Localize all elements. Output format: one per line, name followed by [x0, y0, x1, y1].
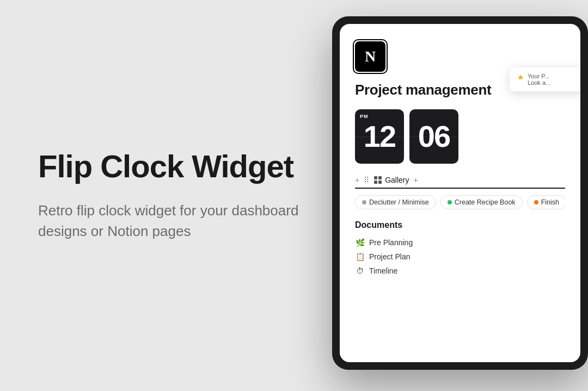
- notion-logo: N: [355, 41, 385, 72]
- subtitle-text: Retro flip clock widget for your dashboa…: [38, 201, 299, 242]
- svg-rect-1: [378, 176, 382, 179]
- svg-rect-2: [374, 181, 377, 184]
- star-icon: ★: [517, 73, 524, 82]
- documents-title: Documents: [355, 220, 565, 230]
- tag-label-0: Declutter / Minimise: [369, 198, 429, 206]
- tag-0[interactable]: Declutter / Minimise: [355, 195, 436, 209]
- tag-2[interactable]: Finish: [527, 195, 565, 209]
- flip-card-hours: PM 12: [355, 109, 404, 164]
- floating-card-line1: Your P...: [528, 73, 550, 79]
- documents-section: Documents 🌿 Pre Planning 📋 Project Plan …: [355, 220, 565, 278]
- doc-label-2: Timeline: [369, 266, 397, 275]
- tablet-wrapper: ★ Your P... Look a... N Project manageme…: [332, 16, 588, 375]
- doc-label-0: Pre Planning: [369, 238, 413, 247]
- add-icon[interactable]: +: [355, 176, 359, 184]
- tag-dot-1: [448, 200, 452, 204]
- doc-icon-1: 📋: [355, 252, 365, 261]
- tags-row: Declutter / Minimise Create Recipe Book …: [355, 195, 565, 209]
- gallery-add-icon[interactable]: +: [414, 176, 418, 184]
- tag-dot-2: [534, 200, 538, 204]
- flip-hours: 12: [364, 121, 395, 152]
- tag-dot-0: [362, 200, 366, 204]
- notion-logo-box: N: [355, 41, 385, 72]
- left-section: Flip Clock Widget Retro flip clock widge…: [38, 149, 299, 242]
- flip-card-minutes: 06: [409, 109, 458, 164]
- tag-label-1: Create Recipe Book: [455, 198, 516, 206]
- drag-icon: ⠿: [364, 176, 369, 184]
- gallery-toolbar: + ⠿ Gallery +: [355, 176, 565, 189]
- flip-clock: PM 12 06: [355, 109, 565, 164]
- floating-card-line2: Look a...: [528, 79, 550, 86]
- gallery-icon: [373, 176, 382, 184]
- svg-rect-0: [374, 176, 377, 179]
- floating-card: ★ Your P... Look a...: [510, 67, 580, 91]
- tablet-screen: ★ Your P... Look a... N Project manageme…: [340, 24, 580, 362]
- doc-item-0[interactable]: 🌿 Pre Planning: [355, 235, 565, 250]
- page-title: Flip Clock Widget: [38, 149, 299, 184]
- doc-icon-2: ⏱: [355, 266, 365, 275]
- flip-minutes: 06: [418, 121, 450, 152]
- gallery-label: Gallery: [373, 176, 409, 184]
- doc-label-1: Project Plan: [369, 252, 410, 261]
- tag-1[interactable]: Create Recipe Book: [440, 195, 523, 209]
- doc-item-1[interactable]: 📋 Project Plan: [355, 250, 565, 264]
- notion-letter: N: [365, 49, 376, 64]
- tag-label-2: Finish: [541, 198, 559, 206]
- floating-card-text: Your P... Look a...: [528, 73, 550, 86]
- doc-item-2[interactable]: ⏱ Timeline: [355, 264, 565, 278]
- gallery-text: Gallery: [385, 176, 409, 184]
- doc-icon-0: 🌿: [355, 238, 365, 247]
- flip-period: PM: [360, 114, 369, 119]
- tablet-outer: ★ Your P... Look a... N Project manageme…: [332, 16, 588, 370]
- svg-rect-3: [378, 181, 382, 184]
